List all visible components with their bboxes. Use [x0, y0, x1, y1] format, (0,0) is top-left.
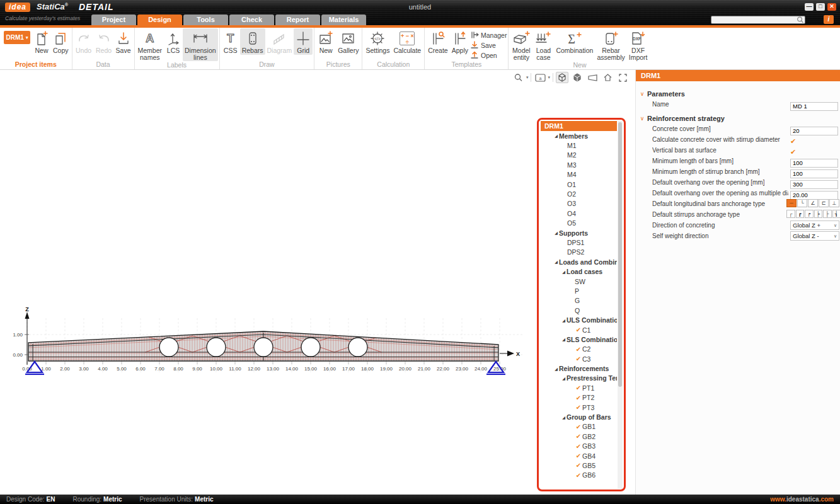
member-names-button[interactable]: A Member names	[136, 28, 164, 61]
select-direction-of-concreting[interactable]: Global Z +∨	[790, 220, 839, 230]
checkbox-vertical-bars-at-surface[interactable]: ✔	[790, 148, 796, 156]
tree-item-o2[interactable]: O2	[541, 189, 617, 198]
tab-report[interactable]: Report	[275, 14, 320, 25]
section-header-parameters[interactable]: ∨Parameters	[636, 88, 840, 99]
picture-new-button[interactable]: New	[316, 28, 336, 55]
template-open-button[interactable]: Open	[470, 50, 507, 60]
close-button[interactable]: ✕	[827, 3, 836, 11]
dimension-lines-button[interactable]: Dimension lines	[183, 28, 218, 61]
tree-item-pt2[interactable]: ✔PT2	[541, 393, 617, 403]
tree-group-sls-combinations[interactable]: ◢SLS Combinations	[541, 335, 617, 344]
fullscreen-icon[interactable]	[616, 72, 629, 83]
expander-triangle-icon[interactable]: ◢	[561, 270, 567, 274]
lcs-button[interactable]: LCS	[164, 28, 183, 55]
settings-button[interactable]: </> Settings	[364, 28, 391, 55]
checkbox-calculate-concrete-cover-with-stirrup-diameter[interactable]: ✔	[790, 137, 796, 145]
design-code[interactable]: Design Code:EN	[6, 496, 55, 503]
input-name[interactable]	[790, 102, 838, 111]
presentation-units[interactable]: Presentation Units:Metric	[140, 496, 214, 503]
collapse-chevron-icon[interactable]: ∨	[637, 115, 647, 122]
anchorage-type-icon[interactable]: ├	[823, 210, 832, 218]
tree-item-o4[interactable]: O4	[541, 209, 617, 218]
checked-checkbox-icon[interactable]: ✔	[575, 443, 582, 450]
checked-checkbox-icon[interactable]: ✔	[575, 394, 582, 401]
tree-item-dps2[interactable]: DPS2	[541, 248, 617, 257]
scrollbar-thumb[interactable]	[618, 122, 622, 387]
new-project-item-button[interactable]: New	[32, 28, 51, 55]
label-display-icon[interactable]: a	[534, 72, 546, 83]
expander-triangle-icon[interactable]: ◢	[561, 376, 567, 381]
model-entity-button[interactable]: Model entity	[510, 28, 532, 61]
checked-checkbox-icon[interactable]: ✔	[575, 452, 582, 459]
checked-checkbox-icon[interactable]: ✔	[575, 472, 582, 479]
tree-item-m3[interactable]: M3	[541, 160, 617, 169]
calculate-button[interactable]: + − × ÷ Calculate	[391, 28, 423, 55]
template-manager-button[interactable]: Manager	[470, 30, 507, 40]
expander-triangle-icon[interactable]: ◢	[561, 415, 567, 420]
tree-item-gb4[interactable]: ✔GB4	[541, 451, 617, 461]
tree-group-members[interactable]: ◢Members	[541, 131, 617, 140]
maximize-button[interactable]: □	[816, 3, 825, 11]
tree-item-o3[interactable]: O3	[541, 199, 617, 209]
tree-item-o1[interactable]: O1	[541, 180, 617, 189]
tree-item-gb2[interactable]: ✔GB2	[541, 432, 617, 441]
opening-circle[interactable]	[159, 338, 178, 357]
wireframe-view-icon[interactable]	[556, 72, 568, 83]
checked-checkbox-icon[interactable]: ✔	[575, 462, 582, 469]
checked-checkbox-icon[interactable]: ✔	[575, 404, 582, 411]
tree-group-loads-and-combin-[interactable]: ◢Loads and Combin...	[541, 257, 617, 266]
css-button[interactable]: T CSS	[221, 28, 240, 55]
tab-materials[interactable]: Materials	[321, 14, 366, 25]
tree-item-c3[interactable]: ✔C3	[541, 354, 617, 364]
chevron-down-icon[interactable]: ▾	[526, 75, 529, 80]
tree-item-gb3[interactable]: ✔GB3	[541, 442, 617, 451]
gallery-button[interactable]: Gallery	[336, 28, 360, 55]
anchorage-type-icon[interactable]: ⊏	[819, 199, 829, 207]
website-link[interactable]: www.ideastatica.com	[770, 496, 834, 503]
template-save-button[interactable]: Save	[470, 40, 507, 50]
search-box[interactable]	[711, 16, 805, 24]
tree-item-c1[interactable]: ✔C1	[541, 325, 617, 335]
info-button[interactable]: i	[824, 15, 834, 24]
tree-item-gb6[interactable]: ✔GB6	[541, 471, 617, 480]
select-self-weight-direction[interactable]: Global Z -∨	[790, 231, 839, 241]
zoom-tool-icon[interactable]	[512, 72, 525, 83]
search-input[interactable]	[711, 17, 796, 23]
section-header-reinforcement-strategy[interactable]: ∨Reinforcement strategy	[636, 113, 840, 123]
rounding[interactable]: Rounding:Metric	[73, 496, 122, 503]
expander-triangle-icon[interactable]: ◢	[561, 337, 567, 341]
tree-item-g[interactable]: G	[541, 296, 617, 306]
anchorage-type-icon[interactable]: ⊥	[829, 199, 839, 207]
tree-scrollbar[interactable]	[618, 121, 623, 489]
checked-checkbox-icon[interactable]: ✔	[575, 355, 582, 362]
tree-item-m2[interactable]: M2	[541, 151, 617, 160]
tree-group-group-of-bars[interactable]: ◢Group of Bars	[541, 412, 617, 421]
checked-checkbox-icon[interactable]: ✔	[575, 346, 582, 353]
model-canvas[interactable]: ▾ a ▾ 0.001.002.003.004.005.006.007.008.…	[0, 70, 635, 495]
anchorage-type-icon[interactable]: ┍	[805, 210, 814, 218]
tree-item-m4[interactable]: M4	[541, 170, 617, 180]
tree-item-q[interactable]: Q	[541, 306, 617, 315]
chevron-down-icon[interactable]: ▾	[548, 75, 550, 80]
anchorage-type-icon[interactable]: ─	[786, 199, 797, 207]
rebars-button[interactable]: Rebars	[240, 28, 265, 55]
combination-button[interactable]: Σ Combination	[554, 28, 595, 55]
tab-design[interactable]: Design	[137, 14, 182, 25]
anchorage-type-icon[interactable]: ╞	[814, 210, 823, 218]
anchorage-type-icon[interactable]: ∠	[808, 199, 818, 207]
expander-triangle-icon[interactable]: ◢	[553, 231, 559, 235]
tree-item-dps1[interactable]: DPS1	[541, 238, 617, 247]
checked-checkbox-icon[interactable]: ✔	[575, 433, 582, 440]
tree-item-pt1[interactable]: ✔PT1	[541, 383, 617, 392]
expander-triangle-icon[interactable]: ◢	[561, 318, 567, 323]
opening-circle[interactable]	[207, 338, 226, 357]
expander-triangle-icon[interactable]: ◢	[553, 367, 559, 371]
tree-group-load-cases[interactable]: ◢Load cases	[541, 266, 617, 276]
anchorage-type-icon[interactable]: ┧	[832, 210, 840, 218]
template-create-button[interactable]: Create	[426, 28, 450, 55]
tab-project[interactable]: Project	[91, 14, 136, 25]
minimize-button[interactable]: —	[805, 3, 814, 11]
clipping-view-icon[interactable]	[586, 72, 599, 83]
anchorage-type-icon[interactable]: ┏	[796, 210, 805, 218]
tab-tools[interactable]: Tools	[183, 14, 228, 25]
